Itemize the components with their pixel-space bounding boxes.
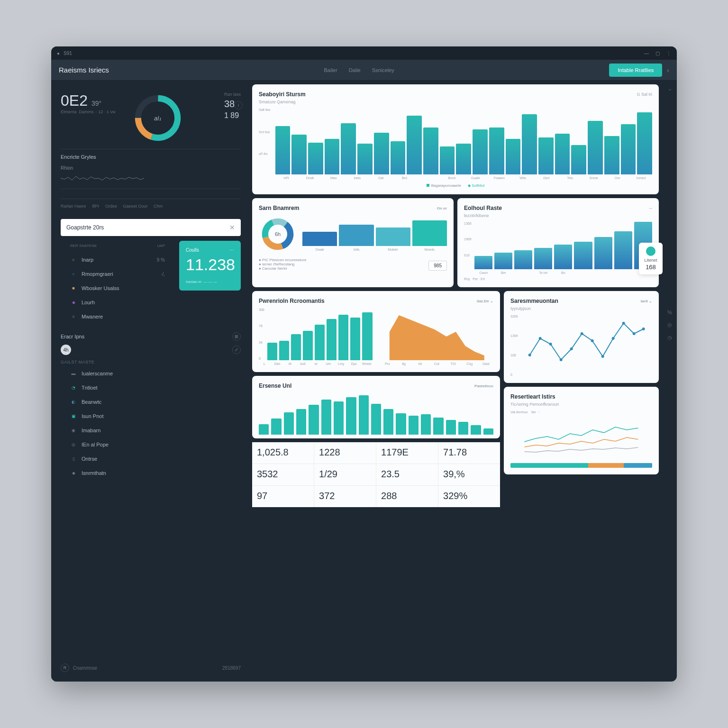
expand-icon[interactable]: ⤢ xyxy=(232,346,241,354)
section2-title: Eracr Ipns xyxy=(61,334,228,339)
svg-point-13 xyxy=(591,339,593,342)
donut-card-button[interactable]: 985 xyxy=(428,261,447,271)
menu-item-2[interactable]: ■Wbosker Usalss xyxy=(61,281,174,295)
svg-point-14 xyxy=(601,355,604,358)
window-more-icon[interactable]: ⋮ xyxy=(666,51,671,56)
rail-target-icon[interactable]: ◎ xyxy=(667,322,672,328)
footer-label: Cnammnse xyxy=(73,665,97,671)
menu-item-3[interactable]: ◆Lourh xyxy=(61,295,174,309)
donut-center-label: al₁ xyxy=(132,92,184,144)
side-stat-1-value: 1 89 xyxy=(224,111,239,120)
status-icon: R xyxy=(61,664,69,672)
clear-search-icon[interactable]: ✕ xyxy=(229,224,235,231)
menu2-item-3[interactable]: ▣Isun Pnot xyxy=(61,409,241,423)
hero-stat-sub: 39° xyxy=(91,100,101,107)
header: Raeisms Isriecs Bailer Dalie Ssniceley I… xyxy=(51,60,677,81)
donut-card: Sarn BnamremOn ur 6h xyxy=(252,198,454,287)
svg-point-9 xyxy=(549,343,552,346)
svg-point-12 xyxy=(580,332,583,335)
menu2-item-1[interactable]: ◔Tntloet xyxy=(61,381,241,395)
menu2-item-2[interactable]: ◐Beanwtc xyxy=(61,395,241,409)
svg-point-10 xyxy=(559,358,562,361)
hero-stat-value: 0E2 xyxy=(61,92,88,109)
app-icon: ● xyxy=(57,51,60,56)
stat-cell-11: 329% xyxy=(438,486,500,507)
brand-title: Raeisms Isriecs xyxy=(59,66,109,74)
rail-percent-icon[interactable]: % xyxy=(667,309,672,315)
seg-sub: Iyyrulpjson xyxy=(510,306,652,311)
stat-cell-10: 288 xyxy=(376,486,438,507)
search-input[interactable] xyxy=(66,224,229,231)
distribution-card: Ersense UnlPastetincc xyxy=(252,376,500,438)
svg-point-18 xyxy=(642,328,645,330)
float-value: 168 xyxy=(643,264,659,271)
multiline-chart xyxy=(510,416,652,458)
titlebar: ● S91 — ▢ ⋮ xyxy=(51,46,677,60)
menu-hdr-a: rer snatene xyxy=(70,244,157,248)
nav-item-2[interactable]: Ssniceley xyxy=(372,67,394,73)
primary-action-button[interactable]: Intable Rratllies xyxy=(609,64,662,77)
main-chart-link[interactable]: G Sal tri xyxy=(637,92,652,97)
donut-chart: al₁ xyxy=(132,92,184,144)
menu-item-1[interactable]: ○Rmopmgraeri·/, xyxy=(61,267,174,281)
distribution-title: Ersense Unl xyxy=(259,382,291,389)
stat-cell-9: 372 xyxy=(314,486,376,507)
float-widget[interactable]: Litenet 168 xyxy=(639,243,663,274)
menu-item-0[interactable]: ○Inarp9 % xyxy=(61,253,174,267)
main-chart-title: Seaboyiri Stursm xyxy=(259,91,306,98)
stat-cell-6: 23.5 xyxy=(376,464,438,485)
right-rail: ⌃ % ◎ ◷ xyxy=(663,81,677,682)
menu2-item-0[interactable]: ▬Iualerscanme xyxy=(61,366,241,381)
svg-point-11 xyxy=(570,347,573,350)
growth-card-sub: lezzitr/kibene xyxy=(464,213,652,218)
content-area: Seaboyiri Stursm G Sal tri Smatoze Qamen… xyxy=(250,81,663,682)
svg-point-15 xyxy=(611,337,614,340)
dual-chart-card: Pwrenrioln RcroomantisGal.Dir ⌄ 30078340… xyxy=(252,291,500,372)
rail-up-icon[interactable]: ⌃ xyxy=(668,88,672,94)
segmentation-card: Saresmmeuontantarit ⌄ Iyyrulpjson 320913… xyxy=(504,291,659,383)
stat-cell-1: 1228 xyxy=(314,442,376,464)
growth-card: Eolhoul Raste··· lezzitr/kibene 13001909… xyxy=(457,198,659,287)
teal-card-label: Coulls xyxy=(186,247,199,253)
side-stat-0-label: Ran lass xyxy=(224,92,241,97)
menu2-item-7[interactable]: ◆Isnrmthatn xyxy=(61,466,241,480)
float-play-icon[interactable] xyxy=(646,246,655,256)
footer-status: R Cnammnse 2818697 xyxy=(51,660,250,676)
side-stat-0-value: 38 xyxy=(224,99,235,109)
multiline-sub: TicAering Pernonfkrarouri xyxy=(510,402,652,407)
menu2-item-4[interactable]: ◉Imabarn xyxy=(61,423,241,437)
avatar[interactable]: 4h xyxy=(61,345,71,355)
svg-point-7 xyxy=(528,354,531,356)
mini-donut-chart: 6h xyxy=(259,215,297,253)
growth-card-title: Eolhoul Raste xyxy=(464,205,502,211)
window-app-icon[interactable]: ▢ xyxy=(655,51,660,56)
line-chart-seg xyxy=(521,315,652,376)
stat-cell-2: 1179E xyxy=(376,442,438,464)
main-chart-sub: Smatoze Qamenag xyxy=(259,100,652,104)
footer-value: 2818697 xyxy=(222,665,241,671)
progress-bar xyxy=(510,463,652,468)
nav-item-0[interactable]: Bailer xyxy=(324,67,337,73)
info-icon[interactable]: i xyxy=(234,101,243,109)
svg-point-17 xyxy=(632,332,635,335)
rail-clock-icon[interactable]: ◷ xyxy=(667,335,672,341)
sparkline-chart xyxy=(61,173,146,184)
sparkline-label: Rhion xyxy=(61,165,89,171)
menu2-item-6[interactable]: ▯Ontrse xyxy=(61,452,241,466)
menu-hdr-b: uap xyxy=(157,244,165,248)
seg-title: Saresmmeuontan xyxy=(510,298,558,304)
search-field[interactable]: ✕ xyxy=(61,219,241,236)
multiline-card: Resertieart Istirs TicAering Pernonfkrar… xyxy=(504,387,659,474)
menu2-item-5[interactable]: ◎IEn al Pope xyxy=(61,437,241,452)
chevron-left-icon[interactable]: ‹ xyxy=(667,66,669,74)
float-label: Litenet xyxy=(643,258,659,263)
menu-item-4[interactable]: ≡Mwanere xyxy=(61,309,174,324)
nav-item-1[interactable]: Dalie xyxy=(349,67,361,73)
sidebar: 0E2 39° Elmerna Damms ·· 12 · 1 vw al₁ xyxy=(51,81,250,682)
svg-point-16 xyxy=(622,322,625,325)
window-min-icon[interactable]: — xyxy=(644,51,649,56)
grid-icon[interactable]: ⊞ xyxy=(232,332,241,341)
mini-donut-center: 6h xyxy=(259,215,297,253)
teal-card-value: 11.238 xyxy=(186,255,234,274)
multiline-title: Resertieart Istirs xyxy=(510,393,555,400)
